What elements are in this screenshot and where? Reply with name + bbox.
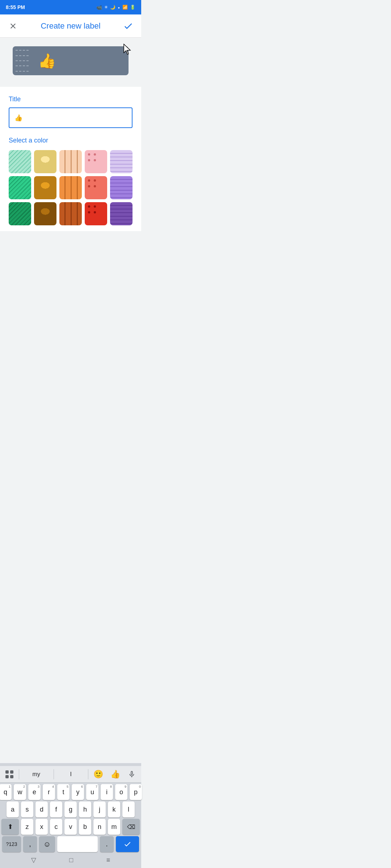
signal-icon: ⬥ — [118, 5, 120, 9]
status-bar: 8:55 PM 📹 ✳ 🌙 ⬥ 📶 🔋 — [0, 0, 141, 14]
color-swatch-purple-dark[interactable] — [110, 202, 133, 225]
color-swatch-peach-light[interactable] — [59, 150, 82, 173]
close-button[interactable] — [6, 19, 20, 33]
title-label: Title — [9, 95, 133, 103]
color-section-label: Select a color — [9, 137, 133, 144]
label-pattern — [13, 46, 33, 75]
color-grid-row1 — [9, 150, 133, 231]
status-time: 8:55 PM — [6, 4, 25, 10]
wifi-icon: 📶 — [122, 5, 128, 10]
top-bar: Create new label — [0, 14, 141, 38]
color-swatch-orange-mid[interactable] — [59, 176, 82, 199]
video-icon: 📹 — [96, 5, 102, 10]
label-preview: 👍 — [13, 46, 129, 75]
color-swatch-orange-dark[interactable] — [59, 202, 82, 225]
bluetooth-icon: ✳ — [104, 5, 108, 10]
color-swatch-teal-mid[interactable] — [9, 176, 31, 199]
color-swatch-lavender-light[interactable] — [110, 150, 133, 173]
confirm-button[interactable] — [121, 19, 135, 33]
color-swatch-yellow-mid[interactable] — [34, 176, 56, 199]
page-title: Create new label — [41, 21, 100, 31]
status-icons: 📹 ✳ 🌙 ⬥ 📶 🔋 — [96, 5, 135, 10]
battery-icon: 🔋 — [130, 5, 135, 10]
color-swatch-yellow-light[interactable] — [34, 150, 56, 173]
color-swatch-teal-dark[interactable] — [9, 202, 31, 225]
label-emoji: 👍 — [38, 52, 56, 69]
title-input[interactable] — [9, 107, 133, 128]
moon-icon: 🌙 — [110, 5, 115, 10]
color-swatch-salmon-mid[interactable] — [85, 176, 107, 199]
color-swatch-purple-mid[interactable] — [110, 176, 133, 199]
label-preview-container: 👍 — [0, 38, 141, 87]
color-swatch-red-dark[interactable] — [85, 202, 107, 225]
color-swatch-teal-light[interactable] — [9, 150, 31, 173]
color-swatch-yellow-dark[interactable] — [34, 202, 56, 225]
content-area: Title Select a color — [0, 87, 141, 231]
color-swatch-pink-light[interactable] — [85, 150, 107, 173]
